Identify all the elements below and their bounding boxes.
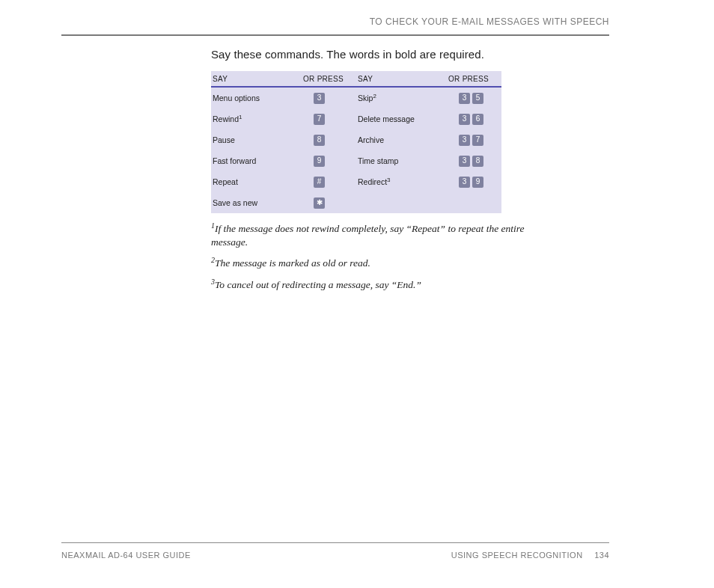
table-row: Time stamp38 xyxy=(356,150,501,171)
table-row: Redirect339 xyxy=(356,171,501,192)
header-press: OR PRESS xyxy=(293,75,353,83)
table-row: Archive37 xyxy=(356,129,501,150)
command-sup: 1 xyxy=(239,114,242,120)
command-press: 9 xyxy=(293,156,353,167)
command-press: 38 xyxy=(439,156,498,167)
command-press: # xyxy=(293,177,353,188)
table-row: Menu options3 xyxy=(211,88,356,108)
footer-section: USING SPEECH RECOGNITION xyxy=(451,551,583,560)
key-icon: 7 xyxy=(472,135,483,146)
command-press: 3 xyxy=(293,93,353,104)
column-header: SAY OR PRESS xyxy=(356,71,501,88)
key-icon: 3 xyxy=(459,93,470,104)
key-icon: 8 xyxy=(314,135,325,146)
command-press: 7 xyxy=(293,114,353,125)
key-icon: 5 xyxy=(472,93,483,104)
key-icon: 3 xyxy=(459,114,470,125)
key-icon: 9 xyxy=(472,177,483,188)
table-row: Pause8 xyxy=(211,129,356,150)
footer-right: USING SPEECH RECOGNITION 134 xyxy=(451,551,609,560)
command-press: 8 xyxy=(293,135,353,146)
key-icon: 3 xyxy=(314,93,325,104)
footnote-3: 3To cancel out of redirecting a message,… xyxy=(211,278,548,292)
command-say: Pause xyxy=(213,135,293,144)
command-say: Redirect3 xyxy=(358,177,439,186)
command-press: ✱ xyxy=(293,197,353,209)
command-press: 35 xyxy=(439,93,498,104)
command-say: Repeat xyxy=(213,177,293,186)
command-say: Menu options xyxy=(213,94,293,102)
header-press: OR PRESS xyxy=(439,75,498,83)
command-say: Delete message xyxy=(358,114,439,123)
key-icon: 3 xyxy=(459,156,470,167)
footnote-text: If the message does not rewind completel… xyxy=(211,223,525,248)
command-sup: 2 xyxy=(373,93,376,99)
table-row: Delete message36 xyxy=(356,108,501,129)
key-icon: 3 xyxy=(459,135,470,146)
key-icon: 8 xyxy=(472,156,483,167)
command-say: Time stamp xyxy=(358,156,439,165)
header-say: SAY xyxy=(213,75,293,83)
command-sup: 3 xyxy=(387,177,390,183)
key-icon: 7 xyxy=(314,114,325,125)
command-press: 39 xyxy=(439,177,498,188)
intro-text: Say these commands. The words in bold ar… xyxy=(211,48,546,61)
footer-page-number: 134 xyxy=(594,551,609,560)
key-icon: 3 xyxy=(459,177,470,188)
key-icon: 6 xyxy=(472,114,483,125)
command-say: Skip2 xyxy=(358,94,439,102)
footnote-1: 1If the message does not rewind complete… xyxy=(211,222,548,249)
key-icon: 9 xyxy=(314,156,325,167)
column-header: SAY OR PRESS xyxy=(211,71,356,88)
page-footer: NEAXMAIL AD-64 USER GUIDE USING SPEECH R… xyxy=(61,542,609,560)
key-icon: ✱ xyxy=(314,197,325,209)
footnote-2: 2The message is marked as old or read. xyxy=(211,257,548,270)
table-row: Fast forward9 xyxy=(211,150,356,171)
footnote-text: To cancel out of redirecting a message, … xyxy=(215,279,421,290)
table-row: Rewind17 xyxy=(211,108,356,129)
section-header: TO CHECK YOUR E-MAIL MESSAGES WITH SPEEC… xyxy=(61,16,609,27)
footnotes: 1If the message does not rewind complete… xyxy=(211,222,548,292)
footer-rule xyxy=(61,542,609,543)
footer-left: NEAXMAIL AD-64 USER GUIDE xyxy=(61,551,451,560)
footnote-text: The message is marked as old or read. xyxy=(215,257,370,269)
command-say: Fast forward xyxy=(213,156,293,165)
table-row: Skip235 xyxy=(356,88,501,108)
header-say: SAY xyxy=(358,75,439,83)
command-table: SAY OR PRESS Menu options3Rewind17Pause8… xyxy=(211,71,501,213)
command-say: Archive xyxy=(358,135,439,144)
command-say: Save as new xyxy=(213,198,293,207)
header-rule xyxy=(61,34,609,36)
command-press: 37 xyxy=(439,135,498,146)
key-icon: # xyxy=(314,177,325,188)
command-column-left: SAY OR PRESS Menu options3Rewind17Pause8… xyxy=(211,71,356,213)
table-row: Save as new✱ xyxy=(211,192,356,213)
table-row: Repeat# xyxy=(211,171,356,192)
command-press: 36 xyxy=(439,114,498,125)
command-column-right: SAY OR PRESS Skip235Delete message36Arch… xyxy=(356,71,501,213)
command-say: Rewind1 xyxy=(213,114,293,123)
